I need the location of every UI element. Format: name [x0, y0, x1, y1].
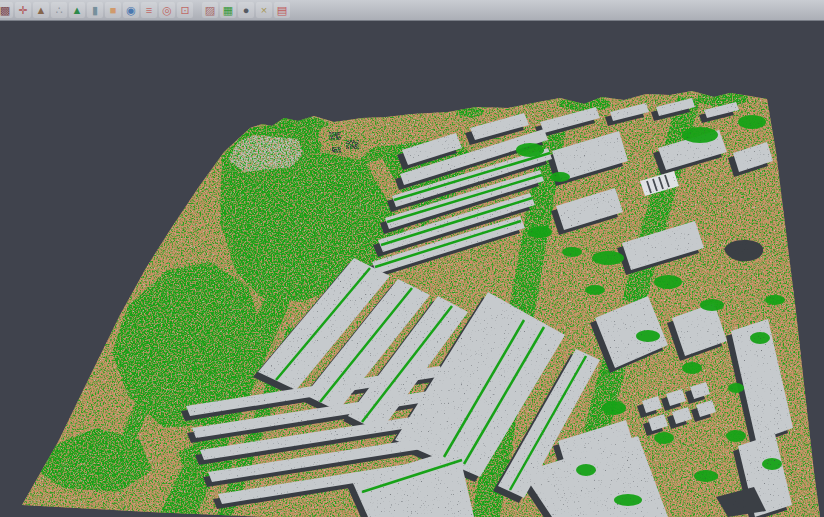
layers-icon[interactable]: ≡: [141, 2, 157, 18]
scene-3d-point-cloud[interactable]: [0, 21, 824, 517]
sphere-icon[interactable]: ●: [238, 2, 254, 18]
app-window: ▩ ✛ ▲ ∴ ▲ ▮ ■ ◉ ≡ ◎ ⊡ ▨ ▦ ● × ▤: [0, 0, 824, 517]
target-icon[interactable]: ◎: [159, 2, 175, 18]
dataset-icon[interactable]: ▩: [0, 2, 13, 18]
toolbar: ▩ ✛ ▲ ∴ ▲ ▮ ■ ◉ ≡ ◎ ⊡ ▨ ▦ ● × ▤: [0, 0, 824, 21]
classes-icon[interactable]: ▦: [220, 2, 236, 18]
viewport-3d[interactable]: [0, 21, 824, 517]
toolbar-separator: [194, 3, 201, 17]
navigation-icon[interactable]: ✛: [15, 2, 31, 18]
checker-icon[interactable]: ▨: [202, 2, 218, 18]
texture-icon[interactable]: ▮: [87, 2, 103, 18]
terrain-icon[interactable]: ▲: [33, 2, 49, 18]
orthophoto-icon[interactable]: ■: [105, 2, 121, 18]
ruler-icon[interactable]: ▤: [274, 2, 290, 18]
mesh-icon[interactable]: ▲: [69, 2, 85, 18]
remove-icon[interactable]: ×: [256, 2, 272, 18]
globe-icon[interactable]: ◉: [123, 2, 139, 18]
region-icon[interactable]: ⊡: [177, 2, 193, 18]
point-cloud-icon[interactable]: ∴: [51, 2, 67, 18]
